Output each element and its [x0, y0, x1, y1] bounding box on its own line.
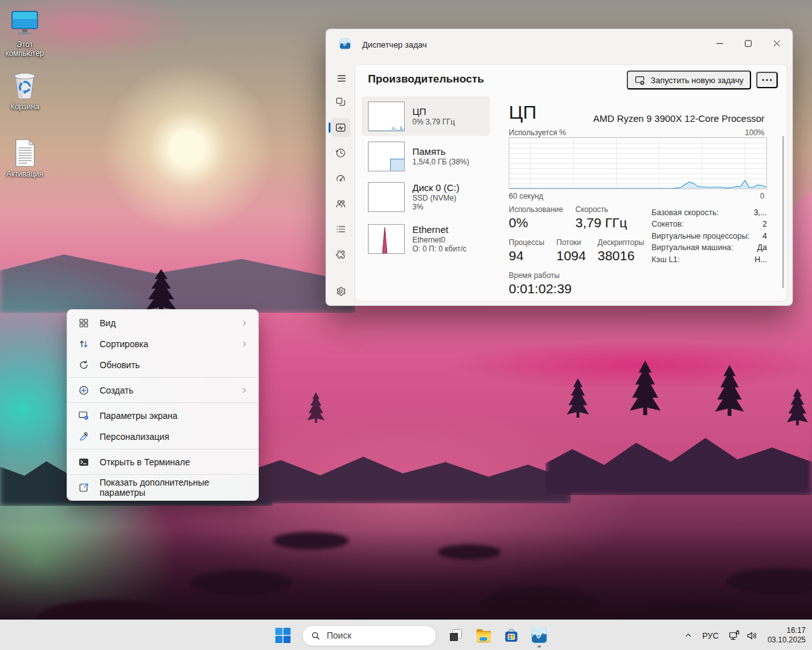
- task-manager-icon: [531, 627, 547, 644]
- recycle-bin-icon: [0, 69, 49, 100]
- chart-y-label: Используется %: [509, 128, 566, 137]
- windows-logo-icon: [275, 627, 291, 644]
- window-title: Диспетчер задач: [362, 40, 427, 50]
- refresh-icon: [77, 359, 90, 371]
- desktop-icon-activation[interactable]: Активация: [0, 136, 49, 178]
- info-row: Виртуальные процессоры:4: [652, 230, 767, 242]
- sidebar-item-processes[interactable]: [331, 93, 350, 112]
- stat-label: Использование: [509, 205, 563, 214]
- stat-label: Скорость: [575, 205, 608, 214]
- info-row: Сокетов:2: [652, 218, 767, 230]
- tray-date: 03.10.2025: [768, 635, 806, 645]
- sidebar-item-services[interactable]: [331, 245, 350, 264]
- selected-tab-accent: [329, 123, 331, 133]
- desktop-icon-label: Корзина: [0, 102, 49, 111]
- microsoft-store-icon: [503, 627, 520, 644]
- clock[interactable]: 16:17 03.10.2025: [768, 626, 806, 645]
- menu-item-new[interactable]: Создать: [70, 380, 256, 401]
- uptime-value: 0:01:02:39: [509, 281, 572, 296]
- taskbar: Поиск: [0, 620, 812, 650]
- task-view-icon: [448, 628, 463, 643]
- tray-chevron-up[interactable]: [684, 631, 693, 640]
- chevron-right-icon: [240, 319, 248, 327]
- file-explorer-button[interactable]: [471, 623, 496, 648]
- cpu-name: AMD Ryzen 9 3900X 12-Core Processor: [593, 113, 764, 124]
- sidebar-item-details[interactable]: [331, 220, 350, 239]
- desktop-icon-label: Активация: [0, 169, 49, 178]
- search-input[interactable]: Поиск: [302, 625, 436, 646]
- info-row: Виртуальная машина:Да: [652, 242, 767, 253]
- menu-separator: [68, 474, 258, 475]
- menu-separator: [68, 449, 258, 449]
- chevron-up-icon: [684, 631, 693, 640]
- cpu-usage-chart: [509, 137, 767, 189]
- menu-separator: [68, 377, 258, 378]
- file-explorer-icon: [475, 628, 492, 643]
- info-row: Кэш L1:Н...: [652, 254, 767, 265]
- sidebar-item-settings[interactable]: [331, 282, 350, 301]
- sidebar-item-app-history[interactable]: [331, 143, 350, 162]
- new-icon: [77, 384, 90, 397]
- menu-item-show-more-options[interactable]: Показать дополнительные параметры: [70, 477, 256, 498]
- chart-x-label: 60 секунд: [509, 192, 543, 201]
- network-icon: [728, 630, 740, 642]
- menu-item-personalize[interactable]: Персонализация: [70, 426, 256, 447]
- view-icon: [77, 317, 90, 329]
- navigation-menu-button[interactable]: [332, 69, 351, 88]
- tray-time: 16:17: [768, 626, 806, 635]
- sidebar-item-performance[interactable]: [331, 118, 350, 137]
- desktop-icon-recycle-bin[interactable]: Корзина: [0, 69, 49, 111]
- stat-label: Потоки: [556, 238, 581, 247]
- chevron-right-icon: [240, 340, 248, 348]
- maximize-button[interactable]: [734, 29, 763, 57]
- sort-icon: [77, 338, 90, 350]
- stat-value: 0%: [509, 215, 528, 230]
- menu-item-sort[interactable]: Сортировка: [70, 333, 256, 354]
- task-manager-app-icon: [339, 38, 351, 52]
- performance-panel: Производительность Запустить новую задач…: [355, 64, 787, 302]
- volume-icon: [746, 630, 758, 642]
- stat-value: 38016: [598, 248, 634, 263]
- close-button[interactable]: [763, 29, 791, 57]
- search-placeholder: Поиск: [327, 630, 351, 640]
- sidebar-item-users[interactable]: [331, 194, 350, 213]
- tray-network-volume[interactable]: [728, 630, 758, 642]
- cpu-heading: ЦП: [509, 102, 537, 123]
- language-indicator[interactable]: РУС: [702, 631, 719, 640]
- cpu-details: ЦП AMD Ryzen 9 3900X 12-Core Processor И…: [355, 65, 787, 301]
- terminal-icon: [77, 456, 90, 468]
- task-manager-taskbar-button[interactable]: [527, 623, 552, 648]
- desktop-screen: Этот компьютер Корзина: [0, 0, 812, 650]
- chart-y-max-label: 100%: [745, 128, 764, 137]
- computer-icon: [0, 6, 49, 38]
- task-view-button[interactable]: [443, 623, 468, 648]
- info-row: Базовая скорость:3,...: [652, 207, 767, 218]
- desktop-context-menu: Вид Сортировка Обновить Создать: [67, 309, 259, 501]
- menu-item-view[interactable]: Вид: [70, 312, 256, 333]
- chart-x-zero-label: 0: [760, 192, 764, 201]
- minimize-button[interactable]: [705, 29, 734, 57]
- running-indicator: [537, 646, 541, 647]
- menu-item-refresh[interactable]: Обновить: [70, 354, 256, 375]
- stat-value: 3,79 ГГц: [575, 215, 627, 230]
- stat-label: Дескрипторы: [598, 238, 644, 247]
- task-manager-window: Диспетчер задач: [325, 29, 793, 306]
- stat-label: Процессы: [509, 238, 544, 247]
- stat-value: 1094: [556, 248, 586, 263]
- desktop-icon-label: Этот компьютер: [0, 40, 49, 58]
- menu-item-display-settings[interactable]: Параметры экрана: [70, 405, 256, 426]
- menu-separator: [68, 402, 258, 403]
- scrollbar[interactable]: [782, 136, 784, 288]
- stat-value: 94: [509, 248, 523, 263]
- stat-label: Время работы: [509, 271, 560, 280]
- cpu-info-list: Базовая скорость:3,... Сокетов:2 Виртуал…: [652, 207, 767, 265]
- search-icon: [311, 631, 320, 640]
- sidebar-item-startup-apps[interactable]: [331, 169, 350, 188]
- text-document-icon: [0, 136, 49, 168]
- chevron-right-icon: [240, 387, 248, 394]
- microsoft-store-button[interactable]: [499, 623, 524, 648]
- more-options-icon: [77, 481, 90, 494]
- desktop-icon-this-pc[interactable]: Этот компьютер: [0, 6, 49, 58]
- menu-item-open-terminal[interactable]: Открыть в Терминале: [70, 451, 256, 472]
- start-button[interactable]: [270, 623, 296, 648]
